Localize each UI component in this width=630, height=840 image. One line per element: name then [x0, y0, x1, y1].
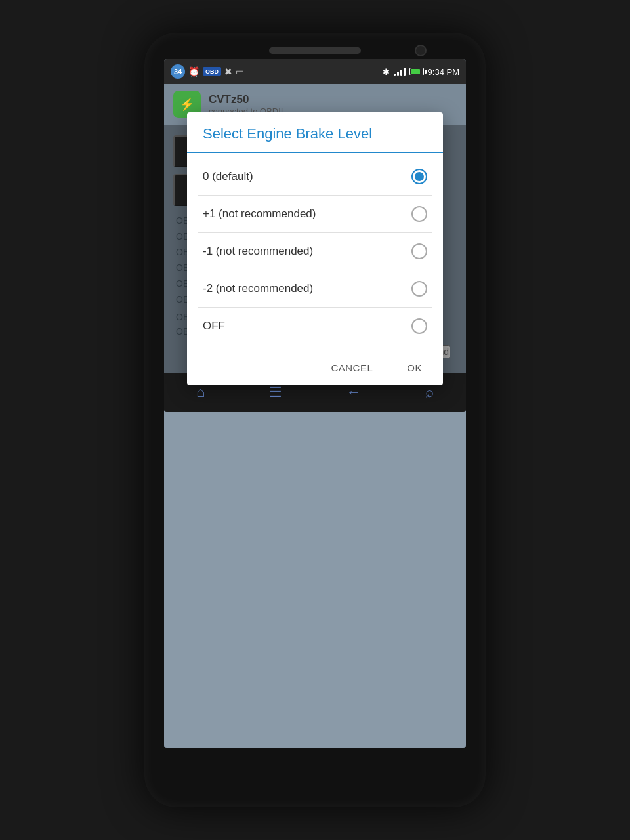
signal-bar-4: [404, 68, 406, 76]
radio-circle-3: [411, 281, 427, 297]
dialog-overlay: Select Engine Brake Level 0 (default): [164, 125, 466, 373]
dialog-options: 0 (default) +1 (not recommended): [187, 153, 443, 350]
radio-label-1: +1 (not recommended): [203, 207, 316, 220]
status-right: ✱ 9:34 PM: [383, 67, 459, 77]
search-icon[interactable]: ⌕: [425, 384, 434, 401]
phone-frame: 34 ⏰ OBD ✖ ▭ ✱ 9:34 PM: [144, 33, 486, 807]
radio-option-2[interactable]: -1 (not recommended): [187, 233, 443, 270]
signal-bar-1: [394, 74, 396, 76]
menu-icon[interactable]: ☰: [269, 384, 282, 401]
radio-circle-0: [411, 169, 427, 184]
clock: 9:34 PM: [428, 67, 459, 77]
dialog: Select Engine Brake Level 0 (default): [187, 112, 443, 385]
sim-icon: ▭: [236, 66, 244, 77]
signal-bars: [394, 67, 406, 76]
radio-option-1[interactable]: +1 (not recommended): [187, 196, 443, 232]
phone-camera: [415, 45, 427, 56]
dialog-title: Select Engine Brake Level: [187, 112, 443, 153]
notification-badge: 34: [171, 64, 185, 79]
home-icon[interactable]: ⌂: [196, 384, 205, 401]
main-content: Read/Clear CVT DTC Read/Clear ECU DTC OE…: [164, 125, 466, 373]
status-left: 34 ⏰ OBD ✖ ▭: [171, 64, 244, 79]
signal-bar-3: [400, 70, 402, 76]
radio-inner-0: [415, 172, 424, 181]
signal-bar-2: [397, 72, 399, 76]
radio-circle-2: [411, 243, 427, 259]
phone-icon: ✖: [224, 66, 232, 77]
radio-option-0[interactable]: 0 (default): [187, 158, 443, 195]
radio-label-2: -1 (not recommended): [203, 245, 313, 258]
radio-option-3[interactable]: -2 (not recommended): [187, 270, 443, 307]
battery-fill: [411, 69, 420, 74]
radio-label-4: OFF: [203, 320, 225, 333]
bluetooth-app-icon: ⚡: [180, 97, 194, 112]
radio-label-0: 0 (default): [203, 170, 253, 183]
radio-circle-1: [411, 206, 427, 222]
radio-circle-4: [411, 318, 427, 334]
alarm-icon: ⏰: [188, 66, 200, 77]
phone-speaker: [269, 47, 361, 54]
status-bar: 34 ⏰ OBD ✖ ▭ ✱ 9:34 PM: [164, 59, 466, 84]
bluetooth-icon: ✱: [383, 67, 390, 77]
radio-option-4[interactable]: OFF: [187, 308, 443, 345]
dialog-buttons: Cancel OK: [187, 350, 443, 385]
radio-label-3: -2 (not recommended): [203, 282, 313, 295]
obd-icon: OBD: [203, 67, 221, 76]
ok-button[interactable]: OK: [396, 356, 432, 380]
battery-icon: [410, 68, 424, 75]
app-title: CVTz50: [209, 93, 283, 106]
back-icon[interactable]: ←: [346, 384, 361, 401]
cancel-button[interactable]: Cancel: [320, 356, 383, 380]
phone-screen: 34 ⏰ OBD ✖ ▭ ✱ 9:34 PM: [164, 59, 466, 748]
